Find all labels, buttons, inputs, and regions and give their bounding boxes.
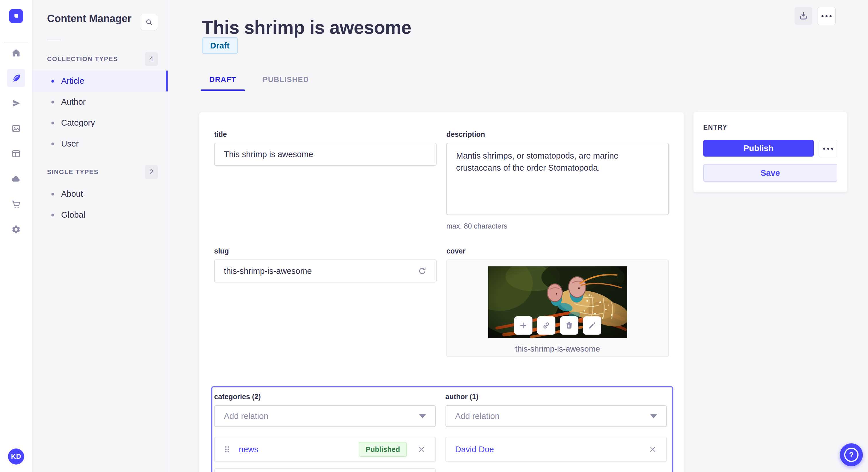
close-icon: [417, 445, 426, 453]
paper-plane-icon[interactable]: [7, 94, 25, 112]
main-content: This shrimp is awesome Draft DRAFT PUBLI…: [168, 0, 868, 472]
sidebar-item-user[interactable]: User: [32, 133, 167, 154]
description-value: Mantis shrimps, or stomatopods, are mari…: [456, 151, 619, 172]
pencil-icon: [588, 321, 596, 330]
sidebar-item-label: Category: [61, 118, 95, 128]
drag-handle-icon[interactable]: [224, 445, 230, 453]
categories-placeholder: Add relation: [224, 411, 419, 421]
sidebar-item-author[interactable]: Author: [32, 92, 167, 112]
home-icon[interactable]: [7, 43, 25, 62]
cover-label: cover: [446, 246, 669, 256]
collection-types-label: COLLECTION TYPES: [47, 55, 118, 63]
nav-rail: KD: [0, 0, 32, 472]
remove-relation-button[interactable]: [648, 445, 657, 453]
entry-more-button[interactable]: [819, 140, 837, 157]
header-actions: [795, 7, 836, 25]
edit-asset-button[interactable]: [583, 316, 601, 335]
cloud-icon[interactable]: [7, 170, 25, 188]
description-field: description Mantis shrimps, or stomatopo…: [446, 130, 669, 230]
relation-status-badge: Published: [359, 442, 407, 457]
more-actions-button[interactable]: [817, 7, 836, 25]
content-manager-sidebar: Content Manager COLLECTION TYPES 4 Artic…: [32, 0, 168, 472]
tab-draft[interactable]: DRAFT: [200, 68, 245, 91]
media-icon[interactable]: [7, 119, 25, 138]
export-button[interactable]: [795, 7, 812, 25]
slug-label: slug: [214, 246, 437, 256]
author-placeholder: Add relation: [455, 411, 650, 421]
relation-link[interactable]: David Doe: [455, 445, 494, 454]
delete-asset-button[interactable]: [560, 316, 578, 335]
slug-input[interactable]: this-shrimp-is-awesome: [214, 260, 437, 282]
relation-item-news: news Published: [214, 437, 436, 462]
description-textarea[interactable]: Mantis shrimps, or stomatopods, are mari…: [446, 143, 669, 215]
add-asset-button[interactable]: [514, 316, 532, 335]
help-button[interactable]: ?: [840, 443, 863, 466]
layout-icon[interactable]: [7, 144, 25, 163]
avatar-initials: KD: [11, 452, 21, 461]
single-types-list: About Global: [32, 183, 167, 225]
title-field: title This shrimp is awesome: [214, 130, 437, 230]
description-helper: max. 80 characters: [446, 222, 669, 230]
search-button[interactable]: [141, 14, 157, 30]
sidebar-title: Content Manager: [47, 12, 131, 24]
regenerate-icon[interactable]: [417, 266, 427, 276]
gear-icon[interactable]: [7, 220, 25, 239]
author-label: author (1): [445, 392, 667, 401]
categories-field: categories (2) Add relation: [214, 392, 436, 472]
strapi-logo-icon: [12, 12, 20, 20]
sidebar-item-label: Author: [61, 97, 86, 107]
page-title: This shrimp is awesome: [202, 17, 411, 38]
slug-field: slug this-shrimp-is-awesome: [214, 246, 437, 357]
plus-icon: [519, 321, 528, 330]
save-button[interactable]: Save: [703, 164, 837, 182]
edit-form-card: title This shrimp is awesome description…: [199, 112, 684, 472]
relation-item-nature: nature Draft: [214, 468, 436, 472]
avatar[interactable]: KD: [8, 448, 24, 465]
categories-relation-select[interactable]: Add relation: [214, 405, 436, 427]
entry-panel: ENTRY Publish Save: [693, 112, 847, 192]
search-icon: [145, 18, 153, 26]
ellipsis-icon: [823, 148, 833, 150]
trash-icon: [565, 321, 574, 330]
bullet-icon: [51, 142, 54, 145]
title-label: title: [214, 130, 437, 139]
question-mark-icon: ?: [844, 448, 859, 462]
copy-link-button[interactable]: [537, 316, 555, 335]
sidebar-item-about[interactable]: About: [32, 183, 167, 204]
sidebar-item-category[interactable]: Category: [32, 112, 167, 133]
single-types-label: SINGLE TYPES: [47, 168, 98, 176]
sidebar-item-global[interactable]: Global: [32, 204, 167, 225]
collection-types-list: Article Author Category User: [32, 71, 167, 154]
relation-link[interactable]: news: [239, 445, 258, 454]
strapi-admin: KD Content Manager COLLECTION TYPES 4 Ar…: [0, 0, 868, 472]
sidebar-item-label: Global: [61, 210, 85, 220]
sidebar-item-article[interactable]: Article: [32, 71, 167, 92]
bullet-icon: [51, 193, 54, 196]
sidebar-item-label: Article: [61, 76, 84, 86]
entry-panel-title: ENTRY: [703, 124, 837, 131]
status-badge: Draft: [202, 37, 238, 54]
strapi-logo[interactable]: [9, 9, 23, 23]
sidebar-item-label: User: [61, 139, 79, 148]
author-relation-select[interactable]: Add relation: [445, 405, 667, 427]
remove-relation-button[interactable]: [417, 445, 426, 453]
feather-icon[interactable]: [7, 69, 25, 87]
sidebar-item-label: About: [61, 189, 83, 199]
tab-published[interactable]: PUBLISHED: [254, 68, 317, 91]
chevron-down-icon: [650, 414, 657, 418]
rail-menu: [7, 43, 25, 239]
publish-button[interactable]: Publish: [703, 140, 814, 157]
collection-types-header: COLLECTION TYPES 4: [32, 52, 167, 67]
title-input[interactable]: This shrimp is awesome: [214, 143, 437, 166]
cart-icon[interactable]: [7, 195, 25, 213]
sidebar-divider: [47, 40, 61, 40]
rail-divider: [4, 42, 28, 42]
author-field: author (1) Add relation David Doe: [445, 392, 667, 472]
description-label: description: [446, 130, 669, 139]
categories-label: categories (2): [214, 392, 436, 401]
single-types-header: SINGLE TYPES 2: [32, 165, 167, 179]
relation-item-david-doe: David Doe: [445, 437, 667, 462]
slug-value: this-shrimp-is-awesome: [224, 266, 417, 276]
bullet-icon: [51, 122, 54, 125]
cover-asset-box: this-shrimp-is-awesome: [446, 260, 669, 357]
